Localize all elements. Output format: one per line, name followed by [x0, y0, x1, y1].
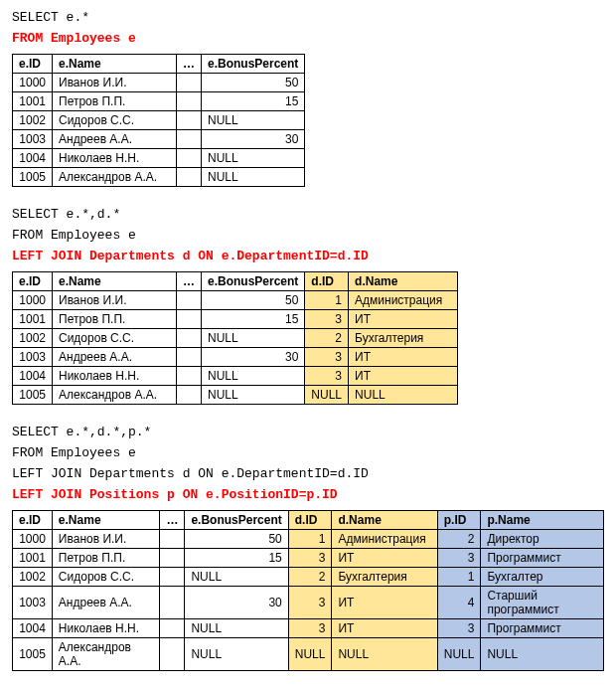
cell: 2: [288, 568, 332, 587]
result-table-1: e.ID e.Name … e.BonusPercent 1000Иванов …: [12, 54, 305, 187]
cell: 3: [288, 549, 332, 568]
sql-line: FROM Employees e: [12, 445, 604, 460]
cell: 1004: [13, 149, 53, 168]
cell: 1000: [13, 291, 53, 310]
cell: [177, 74, 202, 92]
table-row: 1001Петров П.П.153ИТ3Программист: [13, 549, 604, 568]
sql-line: FROM Employees e: [12, 228, 604, 243]
result-table-2: e.ID e.Name … e.BonusPercent d.ID d.Name…: [12, 271, 458, 405]
cell: [177, 291, 202, 310]
table-body-1: 1000Иванов И.И.501001Петров П.П.151002Си…: [13, 74, 305, 187]
cell: Петров П.П.: [52, 549, 160, 568]
cell: [160, 619, 185, 638]
cell: Андреев А.А.: [52, 587, 160, 619]
cell: Петров П.П.: [53, 310, 177, 329]
sql-line: LEFT JOIN Departments d ON e.DepartmentI…: [12, 249, 604, 263]
table-header-row: e.ID e.Name … e.BonusPercent d.ID d.Name: [13, 272, 458, 291]
cell: [177, 348, 202, 367]
cell: 50: [202, 74, 305, 92]
cell: Петров П.П.: [53, 92, 177, 111]
cell: ИТ: [349, 367, 458, 386]
table-row: 1002Сидоров С.С.NULL2Бухгалтерия1Бухгалт…: [13, 568, 604, 587]
table-row: 1003Андреев А.А.303ИТ4Старший программис…: [13, 587, 604, 619]
cell: [177, 386, 202, 405]
table-row: 1000Иванов И.И.501Администрация2Директор: [13, 530, 604, 549]
cell: 1004: [13, 619, 53, 638]
cell: Сидоров С.С.: [52, 568, 160, 587]
col-did: d.ID: [288, 511, 332, 530]
sql-line: FROM Employees e: [12, 31, 604, 46]
cell: 50: [202, 291, 305, 310]
cell: NULL: [437, 638, 481, 671]
col-ebonus: e.BonusPercent: [202, 55, 305, 74]
cell: 50: [185, 530, 288, 549]
table-row: 1002Сидоров С.С.NULL: [13, 111, 305, 130]
cell: 4: [437, 587, 481, 619]
cell: 1003: [13, 348, 53, 367]
col-dname: d.Name: [332, 511, 437, 530]
cell: Андреев А.А.: [53, 348, 177, 367]
col-eid: e.ID: [13, 511, 53, 530]
table-row: 1003Андреев А.А.303ИТ: [13, 348, 458, 367]
cell: [160, 638, 185, 671]
cell: 1003: [13, 130, 53, 149]
cell: 3: [288, 587, 332, 619]
cell: 1002: [13, 568, 53, 587]
cell: Старший программист: [481, 587, 604, 619]
table-row: 1000Иванов И.И.50: [13, 74, 305, 92]
cell: 3: [305, 310, 349, 329]
table-body-3: 1000Иванов И.И.501Администрация2Директор…: [13, 530, 604, 671]
cell: [177, 149, 202, 168]
cell: 1001: [13, 310, 53, 329]
cell: 3: [437, 619, 481, 638]
cell: NULL: [202, 329, 305, 348]
table-row: 1004Николаев Н.Н.NULL: [13, 149, 305, 168]
cell: 1005: [13, 386, 53, 405]
cell: Николаев Н.Н.: [52, 619, 160, 638]
cell: [160, 587, 185, 619]
cell: 2: [437, 530, 481, 549]
cell: [160, 568, 185, 587]
cell: [177, 329, 202, 348]
table-row: 1004Николаев Н.Н.NULL3ИТ3Программист: [13, 619, 604, 638]
cell: Программист: [481, 549, 604, 568]
cell: Бухгалтер: [481, 568, 604, 587]
cell: [177, 111, 202, 130]
cell: 1001: [13, 92, 53, 111]
result-table-3: e.ID e.Name … e.BonusPercent d.ID d.Name…: [12, 510, 604, 671]
cell: 1005: [13, 168, 53, 187]
cell: [160, 530, 185, 549]
col-pname: p.Name: [481, 511, 604, 530]
cell: Программист: [481, 619, 604, 638]
cell: Иванов И.И.: [53, 291, 177, 310]
cell: 3: [305, 348, 349, 367]
col-ebonus: e.BonusPercent: [185, 511, 288, 530]
table-row: 1001Петров П.П.153ИТ: [13, 310, 458, 329]
cell: 1001: [13, 549, 53, 568]
cell: 1: [305, 291, 349, 310]
cell: 1: [437, 568, 481, 587]
cell: 15: [202, 92, 305, 111]
table-row: 1001Петров П.П.15: [13, 92, 305, 111]
cell: 1: [288, 530, 332, 549]
cell: Иванов И.И.: [53, 74, 177, 92]
col-ename: e.Name: [52, 511, 160, 530]
cell: 3: [288, 619, 332, 638]
col-did: d.ID: [305, 272, 349, 291]
sql-line: LEFT JOIN Positions p ON e.PositionID=p.…: [12, 487, 604, 502]
cell: Александров А.А.: [52, 638, 160, 671]
cell: Иванов И.И.: [52, 530, 160, 549]
col-ename: e.Name: [53, 272, 177, 291]
cell: NULL: [202, 111, 305, 130]
table-row: 1003Андреев А.А.30: [13, 130, 305, 149]
sql-line: SELECT e.*,d.*: [12, 207, 604, 222]
cell: 30: [202, 348, 305, 367]
cell: Николаев Н.Н.: [53, 149, 177, 168]
cell: [177, 168, 202, 187]
cell: ИТ: [349, 348, 458, 367]
cell: 30: [185, 587, 288, 619]
cell: NULL: [481, 638, 604, 671]
table-header-row: e.ID e.Name … e.BonusPercent d.ID d.Name…: [13, 511, 604, 530]
table-body-2: 1000Иванов И.И.501Администрация1001Петро…: [13, 291, 458, 405]
cell: 15: [185, 549, 288, 568]
